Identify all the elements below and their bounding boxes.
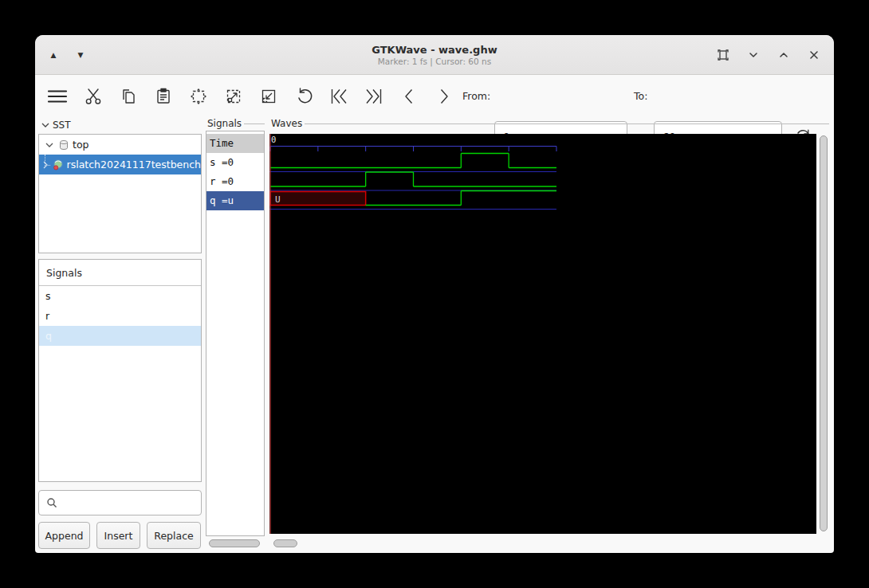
search-icon [45, 496, 58, 509]
insert-button[interactable]: Insert [96, 522, 140, 549]
tree-item-label: top [73, 139, 88, 151]
marker-cursor-status: Marker: 1 fs | Cursor: 60 ns [378, 57, 491, 67]
sst-section-header[interactable]: SST [40, 120, 71, 131]
fullscreen-icon[interactable] [714, 46, 732, 64]
expander-down-icon[interactable] [42, 139, 57, 151]
module-cylinder-icon [57, 139, 70, 151]
find-prev-edge-icon[interactable] [399, 86, 419, 107]
maximize-icon[interactable] [775, 46, 792, 64]
zoom-undo-icon[interactable] [293, 86, 314, 107]
tree-connector [39, 155, 40, 174]
wave-name-q[interactable]: q =u [206, 191, 264, 210]
search-input[interactable] [63, 491, 201, 515]
titlebar[interactable]: ▲ ▼ GTKWave - wave.ghw Marker: 1 fs | Cu… [35, 35, 834, 75]
waves-hscrollbar[interactable] [269, 538, 816, 548]
wave-area[interactable]: 0U [269, 134, 816, 534]
signal-names-panel: Time s =0 r =0 q =u [206, 131, 265, 536]
waves-frame-label: Waves [271, 118, 829, 129]
waves-vscrollbar[interactable] [818, 134, 829, 534]
replace-button[interactable]: Replace [147, 522, 201, 549]
find-next-edge-icon[interactable] [434, 86, 454, 107]
copy-icon[interactable] [118, 86, 139, 107]
signals-list-header[interactable]: Signals [39, 260, 201, 286]
menu-icon[interactable] [46, 86, 69, 107]
signals-list-panel: Signals s r q [38, 259, 202, 482]
tree-item-testbench[interactable]: rslatch20241117testbench [39, 155, 201, 174]
zoom-in-icon[interactable] [223, 86, 244, 107]
wave-canvas[interactable]: 0U [269, 134, 816, 534]
scroll-down-icon[interactable]: ▼ [72, 46, 89, 64]
scroll-up-icon[interactable]: ▲ [45, 46, 62, 64]
cut-icon[interactable] [83, 86, 104, 107]
tree-item-label: rslatch20241117testbench [67, 159, 201, 171]
zoom-fit-icon[interactable] [188, 86, 209, 107]
from-label: From: [462, 90, 490, 102]
minimize-icon[interactable] [745, 46, 762, 64]
time-header-cell[interactable]: Time [206, 134, 264, 153]
window-title: GTKWave - wave.ghw [372, 44, 497, 57]
mid-signals-frame-label: Signals [207, 118, 265, 129]
signal-row-s[interactable]: s [39, 286, 201, 306]
chevron-down-icon [40, 120, 51, 131]
sst-label: SST [53, 120, 71, 131]
tree-item-top[interactable]: top [39, 135, 201, 155]
signal-row-r[interactable]: r [39, 306, 201, 326]
to-label: To: [634, 90, 647, 102]
toolbar: From: To: [35, 75, 834, 118]
hierarchy-globe-icon [52, 159, 65, 171]
signal-row-q[interactable]: q [39, 326, 201, 346]
svg-text:0: 0 [271, 135, 276, 144]
signal-search[interactable] [38, 490, 202, 515]
close-icon[interactable] [805, 46, 823, 64]
names-hscrollbar[interactable] [206, 538, 265, 548]
wave-name-s[interactable]: s =0 [206, 153, 264, 172]
gtkwave-window: ▲ ▼ GTKWave - wave.ghw Marker: 1 fs | Cu… [35, 35, 834, 553]
paste-icon[interactable] [153, 86, 174, 107]
zoom-to-end-icon[interactable] [364, 86, 384, 107]
zoom-out-icon[interactable] [258, 86, 279, 107]
append-button[interactable]: Append [38, 522, 90, 549]
sst-tree: top rslatch20241117testbench [38, 134, 202, 253]
wave-name-r[interactable]: r =0 [206, 172, 264, 191]
zoom-to-start-icon[interactable] [328, 86, 349, 107]
svg-text:U: U [275, 194, 281, 205]
